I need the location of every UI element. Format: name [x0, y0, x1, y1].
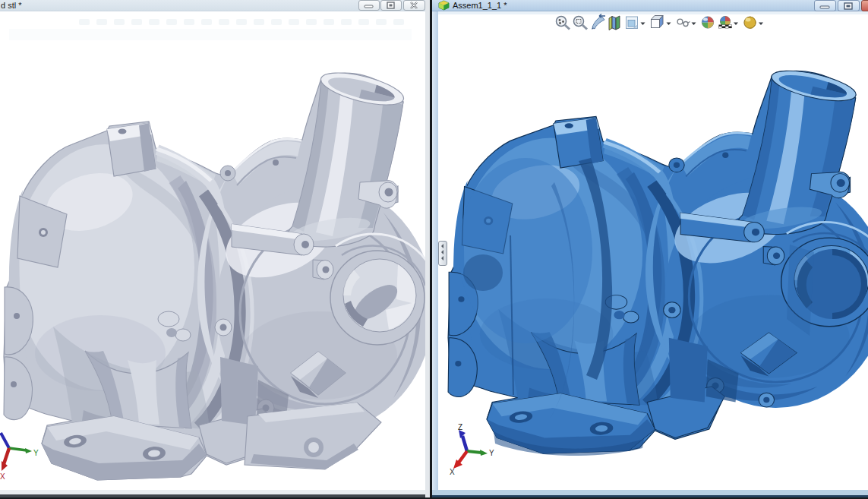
svg-text:X: X — [450, 468, 455, 476]
svg-text:X: X — [0, 472, 5, 481]
svg-text:Z: Z — [458, 423, 462, 431]
svg-text:Y: Y — [489, 449, 494, 457]
svg-text:Y: Y — [33, 449, 39, 457]
